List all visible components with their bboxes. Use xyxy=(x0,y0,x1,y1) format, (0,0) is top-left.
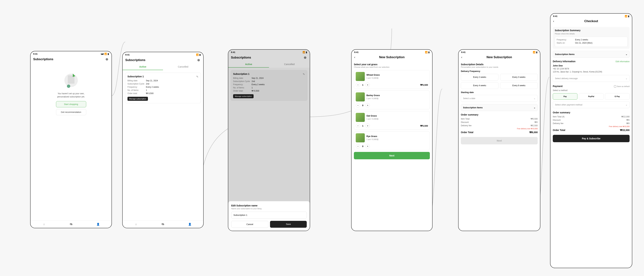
subscription-items-collapse[interactable]: Subscription Items⌄ xyxy=(461,104,538,111)
add-icon[interactable]: ⊕ xyxy=(105,57,109,61)
summary-row: Discount₩0 xyxy=(553,119,630,121)
subscription-name: Subscription 1 xyxy=(128,75,198,78)
line-total: ₩5,500 xyxy=(420,124,428,127)
line-total: ₩5,500 xyxy=(420,84,428,86)
product-image xyxy=(356,72,365,81)
date-select[interactable]: Select a date⌄ xyxy=(461,95,538,102)
payment-method[interactable]: Pay xyxy=(553,93,578,100)
qty-value: 1 xyxy=(362,124,364,127)
product-image xyxy=(356,133,365,142)
section-title: Select your cat grass xyxy=(354,63,430,66)
time: 9:41 xyxy=(33,53,38,55)
payment-method[interactable]: G Pay xyxy=(605,93,630,100)
qty-minus[interactable]: − xyxy=(356,144,360,148)
sheet-title: Edit Subscription name xyxy=(231,204,307,207)
product-price: 1 pot / 5,500원 xyxy=(366,138,428,142)
product-name: Rye Grass xyxy=(366,135,428,138)
delivery-phone: +82 10 1234 5678 xyxy=(553,68,630,70)
section-subtitle: Choose what you need from our selection xyxy=(354,66,430,68)
delivery-name: John Doe xyxy=(553,64,630,67)
product-card: Wheat Grass1 pot / 5,500원−1+₩5,500 xyxy=(354,70,430,89)
chevron-down-icon: ⌄ xyxy=(626,77,628,80)
qty-value: 1 xyxy=(362,84,364,86)
page-title: New Subscription xyxy=(379,56,404,59)
frequency-option[interactable]: Every 3 weeks xyxy=(500,74,538,80)
pay-subscribe-button[interactable]: Pay & Subscribe xyxy=(553,135,630,142)
qty-plus[interactable]: + xyxy=(366,103,370,108)
chevron-down-icon: ⌄ xyxy=(534,106,536,109)
page-title: Subscriptions xyxy=(125,58,146,62)
frequency-option[interactable]: Every 6 weeks xyxy=(500,82,538,89)
nav-bag-icon[interactable]: 🛍 xyxy=(69,222,73,226)
qty-minus[interactable]: − xyxy=(356,83,360,87)
summary-row: Item Total (4)₩22,000 xyxy=(553,116,630,118)
nav-profile-icon[interactable]: 👤 xyxy=(96,222,100,226)
product-price: 1 pot / 5,500원 xyxy=(366,97,428,102)
qty-plus[interactable]: + xyxy=(366,124,370,128)
summary-title: Subscription Summary xyxy=(555,29,628,32)
product-image xyxy=(356,113,365,122)
product-card: Barley Grass1 pot / 5,500원−0+ xyxy=(354,90,430,109)
chevron-down-icon: ⌄ xyxy=(626,53,628,56)
other-payment-select[interactable]: Select other payment method⌄ xyxy=(553,101,630,108)
nav-profile-icon[interactable]: 👤 xyxy=(188,222,192,226)
tab-cancelled[interactable]: Cancelled xyxy=(163,64,204,70)
back-icon[interactable]: ‹ xyxy=(461,56,462,59)
manage-subscription-button[interactable]: Manage subscription xyxy=(128,97,148,101)
product-price: 1 pot / 5,500원 xyxy=(366,77,428,81)
frequency-option[interactable]: Every 2 weeks xyxy=(461,74,498,80)
qty-plus[interactable]: + xyxy=(366,83,370,87)
product-image xyxy=(356,92,365,102)
next-button[interactable]: Next xyxy=(461,137,538,144)
start-shopping-button[interactable]: Start shopping xyxy=(56,101,86,107)
sheet-subtitle: Name your subscription to your liking xyxy=(231,208,307,210)
qty-value: 0 xyxy=(362,145,364,148)
nav-bag-icon[interactable]: 🛍 xyxy=(161,222,165,226)
rename-sheet: Edit Subscription name Name your subscri… xyxy=(228,201,310,231)
chevron-down-icon: ⌄ xyxy=(626,104,628,106)
cancel-button[interactable]: Cancel xyxy=(231,221,268,228)
chevron-down-icon: ⌄ xyxy=(534,97,536,100)
nav-home-icon[interactable]: ⌂ xyxy=(134,222,138,226)
delivery-address: 123-ho, Jipsa-Apt. 1, Goyangi-ro, Seoul,… xyxy=(553,70,630,73)
delivery-message-select[interactable]: Select delivery message⌄ xyxy=(553,75,630,82)
add-icon[interactable]: ⊕ xyxy=(196,58,200,62)
product-card: Rye Grass1 pot / 5,500원−0+ xyxy=(354,132,430,150)
free-delivery-note: Free delivery over ₩10,000 xyxy=(461,128,538,130)
empty-illustration xyxy=(63,72,80,89)
get-recommendation-button[interactable]: Get recommendation xyxy=(56,109,86,115)
frequency-label: Delivery Frequency xyxy=(461,70,538,72)
save-default-checkbox[interactable] xyxy=(614,85,616,88)
summary-row: Delivery fee₩2,500 xyxy=(461,124,538,127)
qty-value: 0 xyxy=(362,104,364,107)
summary-row: Delivery fee₩0 xyxy=(553,122,630,124)
summary-row: Item Total₩5,500 xyxy=(461,118,538,120)
back-icon[interactable]: ‹ xyxy=(553,20,554,23)
edit-icon[interactable]: ✎ xyxy=(196,75,198,78)
product-name: Oat Grass xyxy=(366,114,428,117)
product-name: Wheat Grass xyxy=(366,74,428,76)
start-date-label: Starting date xyxy=(461,91,538,94)
edit-information-link[interactable]: Edit information xyxy=(616,60,630,63)
qty-minus[interactable]: − xyxy=(356,103,360,108)
qty-minus[interactable]: − xyxy=(356,124,360,128)
summary-row: Discount₩0 xyxy=(461,121,538,124)
subscription-card[interactable]: ✎ Subscription 1 Billing date:Sep 21, 20… xyxy=(125,72,201,103)
frequency-option[interactable]: Every 4 weeks xyxy=(461,82,498,89)
back-icon[interactable]: ‹ xyxy=(354,56,355,59)
nav-home-icon[interactable]: ⌂ xyxy=(42,222,46,226)
tab-active[interactable]: Active xyxy=(122,64,163,70)
subscription-items-collapse[interactable]: Subscription Items⌄ xyxy=(553,51,630,58)
product-name: Barley Grass xyxy=(366,94,428,96)
qty-plus[interactable]: + xyxy=(366,144,370,148)
payment-method[interactable]: PayPal xyxy=(579,93,604,100)
save-button[interactable]: Save xyxy=(270,221,307,228)
product-price: 1 pot / 5,500원 xyxy=(366,118,428,122)
svg-point-2 xyxy=(67,84,70,88)
subscription-name-input[interactable] xyxy=(231,212,307,218)
status-icons: 📶 ▮ xyxy=(101,53,109,55)
next-button[interactable]: Next xyxy=(354,152,430,159)
page-title: Subscriptions xyxy=(33,58,53,61)
product-card: Oat Grass1 pot / 5,500원−1+₩5,500 xyxy=(354,111,430,130)
